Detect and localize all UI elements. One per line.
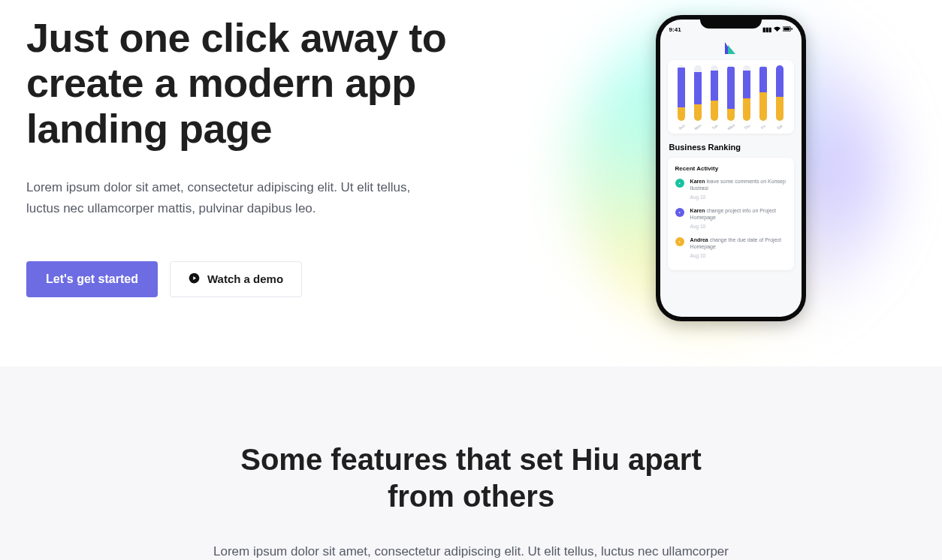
bar-group: Fri <box>755 65 771 129</box>
activity-body: Karen leave some comments on Konsep Ilus… <box>690 178 787 200</box>
battery-icon <box>783 26 793 33</box>
phone-mockup: 9:41 ▮▮▮ <box>656 15 806 321</box>
hero-section: Just one click away to create a modern a… <box>0 0 942 366</box>
activity-text: Andrea change the due date of Project Ho… <box>690 236 787 251</box>
hero-actions: Let's get started Watch a demo <box>26 261 515 297</box>
activity-date: Aug 10 <box>690 253 787 258</box>
bar-label: Tue <box>711 123 718 131</box>
activity-icon: • <box>675 179 684 188</box>
activity-list: •Karen leave some comments on Konsep Ilu… <box>675 178 787 258</box>
play-icon <box>189 272 200 286</box>
watch-demo-label: Watch a demo <box>207 272 283 285</box>
bar-label: Sun <box>678 123 686 131</box>
bar-segment-b <box>759 92 767 121</box>
app-logo <box>668 42 794 54</box>
app-logo-mark <box>725 42 737 54</box>
activity-item: •Karen change project info on Project Ho… <box>675 207 787 229</box>
bar-label: Sat <box>776 123 783 130</box>
hero-title: Just one click away to create a modern a… <box>26 15 515 151</box>
activity-text: Karen leave some comments on Konsep Ilus… <box>690 178 787 192</box>
bar-group: Thu <box>738 65 755 129</box>
bar-group: Sun <box>674 65 690 129</box>
activity-body: Karen change project info on Project Hom… <box>690 207 787 229</box>
activity-card-title: Recent Activity <box>675 165 787 172</box>
bar-track <box>711 65 718 121</box>
activity-date: Aug 10 <box>690 224 787 229</box>
business-ranking-title: Business Ranking <box>669 143 793 152</box>
bar-track <box>743 65 750 121</box>
bar-track <box>727 65 735 121</box>
chart-card: SunMonTueWedThuFriSat <box>668 60 794 134</box>
activity-card: Recent Activity •Karen leave some commen… <box>668 158 794 270</box>
activity-icon: • <box>675 237 684 246</box>
bar-segment-b <box>776 97 783 121</box>
bar-track <box>694 65 702 121</box>
bar-segment-a <box>678 68 685 107</box>
bar-segment-a <box>711 71 718 101</box>
bar-group: Sat <box>771 65 788 129</box>
bar-chart: SunMonTueWedThuFriSat <box>674 68 788 129</box>
hero-subtitle: Lorem ipsum dolor sit amet, consectetur … <box>26 177 447 219</box>
phone-content: SunMonTueWedThuFriSat Business Ranking R… <box>660 36 802 278</box>
bar-segment-b <box>694 104 702 121</box>
bar-track <box>759 65 767 121</box>
features-section: Some features that set Hiu apart from ot… <box>0 366 942 560</box>
activity-item: •Andrea change the due date of Project H… <box>675 236 787 258</box>
get-started-button[interactable]: Let's get started <box>26 261 158 297</box>
bar-segment-b <box>743 98 750 121</box>
watch-demo-button[interactable]: Watch a demo <box>170 261 302 297</box>
bar-segment-a <box>694 72 702 104</box>
phone-notch <box>700 15 762 29</box>
signal-icon: ▮▮▮ <box>762 26 771 33</box>
bar-segment-b <box>678 107 685 121</box>
bar-segment-a <box>743 71 750 98</box>
activity-body: Andrea change the due date of Project Ho… <box>690 236 787 258</box>
activity-icon: • <box>675 208 684 217</box>
bar-segment-a <box>727 67 735 109</box>
bar-group: Tue <box>706 65 723 129</box>
activity-date: Aug 10 <box>690 194 787 200</box>
features-title: Some features that set Hiu apart from ot… <box>231 441 711 515</box>
bar-label: Mon <box>693 123 702 131</box>
status-time: 9:41 <box>669 26 681 33</box>
activity-item: •Karen leave some comments on Konsep Ilu… <box>675 178 787 200</box>
svg-rect-3 <box>783 27 790 30</box>
bar-segment-b <box>727 109 735 121</box>
bar-group: Wed <box>723 65 739 129</box>
wifi-icon <box>774 26 780 33</box>
hero-text-column: Just one click away to create a modern a… <box>26 15 515 297</box>
bar-label: Thu <box>743 123 751 131</box>
bar-track <box>776 65 783 121</box>
hero-visual-column: 9:41 ▮▮▮ <box>545 15 916 321</box>
bar-track <box>678 65 685 121</box>
activity-text: Karen change project info on Project Hom… <box>690 207 787 221</box>
features-subtitle: Lorem ipsum dolor sit amet, consectetur … <box>201 541 741 560</box>
bar-segment-a <box>759 67 767 92</box>
status-icons: ▮▮▮ <box>762 26 793 33</box>
bar-group: Mon <box>690 65 706 129</box>
bar-label: Fri <box>760 124 766 130</box>
bar-label: Wed <box>726 123 735 131</box>
bar-segment-b <box>711 101 718 121</box>
bar-segment-a <box>776 65 783 97</box>
phone-screen: 9:41 ▮▮▮ <box>660 20 802 317</box>
svg-rect-4 <box>791 28 793 29</box>
